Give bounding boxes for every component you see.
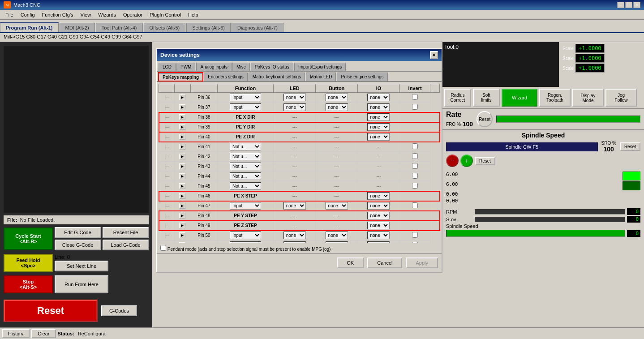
pin-play-cell[interactable]: ▶: [174, 162, 191, 172]
display-mode-button[interactable]: DisplayMode: [572, 89, 604, 107]
led-cell[interactable]: none: [274, 231, 316, 240]
load-gcode-button[interactable]: Load G-Code: [103, 240, 149, 250]
soft-limits-button[interactable]: Softlimits: [473, 89, 500, 107]
io-cell[interactable]: none: [358, 231, 400, 240]
menu-plugin-control[interactable]: PlugIn Control: [146, 11, 185, 18]
gcodes-button[interactable]: G-Codes: [101, 305, 137, 316]
led-cell[interactable]: none: [274, 93, 316, 103]
clear-button[interactable]: Clear: [31, 329, 56, 338]
function-cell[interactable]: Input: [217, 93, 274, 103]
function-select[interactable]: Not u...: [230, 163, 261, 170]
function-cell[interactable]: Not u...: [217, 181, 274, 191]
invert-cell[interactable]: [399, 172, 430, 181]
button-cell[interactable]: none: [316, 93, 358, 103]
radius-correct-button[interactable]: RadiusCorrect: [444, 89, 471, 107]
function-select[interactable]: Input: [230, 232, 261, 239]
pin-play-cell[interactable]: ▶: [174, 132, 191, 142]
pin-play-cell[interactable]: ▶: [174, 112, 191, 122]
jog-follow-button[interactable]: JogFollow: [605, 89, 637, 107]
invert-checkbox[interactable]: [412, 183, 418, 189]
pin-play-cell[interactable]: ▶: [174, 221, 191, 231]
led-cell[interactable]: none: [274, 201, 316, 211]
io-select[interactable]: none: [367, 133, 390, 141]
menu-config[interactable]: Config: [17, 11, 39, 18]
led-cell[interactable]: none: [274, 103, 316, 112]
dtab-matrix-led[interactable]: Matrix LED: [306, 73, 336, 81]
invert-checkbox[interactable]: [412, 104, 418, 110]
menu-file[interactable]: File: [2, 11, 17, 18]
menu-operator[interactable]: Operator: [120, 11, 146, 18]
invert-checkbox[interactable]: [412, 173, 418, 179]
feed-hold-button[interactable]: Feed Hold<Spc>: [4, 254, 53, 272]
function-select[interactable]: Not u...: [230, 143, 261, 150]
led-select[interactable]: none: [283, 103, 306, 111]
io-select[interactable]: none: [367, 192, 390, 200]
wizard-button[interactable]: Wizard: [502, 89, 537, 107]
tab-tool-path[interactable]: Tool Path (Alt-4): [96, 23, 143, 32]
dtab-pokeys-io[interactable]: PoKeys IO status: [251, 63, 293, 71]
io-select[interactable]: none: [367, 94, 390, 101]
pin-play-cell[interactable]: ▶: [174, 142, 191, 152]
dtab-matrix-keyboard[interactable]: Matrix keyboard settings: [249, 73, 305, 81]
tab-settings[interactable]: Settings (Alt-6): [186, 23, 231, 32]
dtab-misc[interactable]: Misc: [232, 63, 250, 71]
pin-play-cell[interactable]: ▶: [174, 103, 191, 112]
function-cell[interactable]: Input: [217, 231, 274, 240]
io-cell[interactable]: none: [358, 201, 400, 211]
io-select[interactable]: none: [367, 113, 390, 121]
invert-cell[interactable]: [399, 162, 430, 172]
tab-mdi[interactable]: MDI (Alt-2): [60, 23, 95, 32]
pin-play-cell[interactable]: ▶: [174, 172, 191, 181]
function-cell[interactable]: Not u...: [217, 142, 274, 152]
invert-checkbox[interactable]: [412, 232, 418, 238]
pin-play-cell[interactable]: ▶: [174, 181, 191, 191]
edit-gcode-button[interactable]: Edit G-Code: [55, 227, 101, 238]
spindle-cw-button[interactable]: Spindle CW F5: [446, 142, 598, 151]
reset-button[interactable]: Reset: [4, 300, 98, 322]
function-select[interactable]: Input: [230, 103, 261, 111]
button-select[interactable]: none: [326, 103, 348, 111]
function-cell[interactable]: Not u...: [217, 162, 274, 172]
set-next-line-button[interactable]: Set Next Line: [55, 261, 108, 271]
function-select[interactable]: Input: [230, 241, 261, 243]
spindle-minus-button[interactable]: −: [446, 154, 459, 167]
led-select[interactable]: none: [283, 232, 306, 239]
function-select[interactable]: Not u...: [230, 172, 261, 180]
invert-cell[interactable]: [399, 142, 430, 152]
led-select[interactable]: none: [283, 94, 306, 101]
pin-play-cell[interactable]: ▶: [174, 191, 191, 201]
function-select[interactable]: Not u...: [230, 153, 261, 160]
spindle-reset-button2[interactable]: Reset: [475, 157, 495, 165]
dtab-encoders[interactable]: Encoders settings: [204, 73, 248, 81]
history-button[interactable]: History: [2, 329, 30, 338]
io-cell[interactable]: none: [358, 93, 400, 103]
run-from-here-button[interactable]: Run From Here: [55, 275, 108, 293]
dtab-lcd[interactable]: LCD: [159, 63, 176, 71]
tab-diagnostics[interactable]: Diagnostics (Alt-7): [232, 23, 283, 32]
spindle-reset-button[interactable]: Reset: [620, 142, 640, 151]
io-select[interactable]: none: [367, 222, 390, 229]
io-select[interactable]: none: [367, 212, 390, 219]
ok-button[interactable]: OK: [337, 257, 364, 268]
invert-cell[interactable]: [399, 181, 430, 191]
dtab-import-export[interactable]: Import/Export settings: [294, 63, 346, 71]
pendant-checkbox[interactable]: [160, 245, 166, 251]
minimize-button[interactable]: ─: [617, 2, 624, 8]
invert-cell[interactable]: [399, 152, 430, 162]
menu-wizards[interactable]: Wizards: [94, 11, 120, 18]
dialog-close-button[interactable]: ×: [430, 51, 438, 59]
pin-play-cell[interactable]: ▶: [174, 93, 191, 103]
pin-play-cell[interactable]: ▶: [174, 122, 191, 132]
dtab-analog[interactable]: Analog inputs: [196, 63, 232, 71]
dtab-pokeys-mapping[interactable]: PoKeys mapping: [159, 73, 203, 81]
rate-reset-button[interactable]: Reset: [477, 111, 493, 127]
io-select[interactable]: none: [367, 123, 390, 131]
invert-checkbox[interactable]: [412, 202, 418, 208]
pin-play-cell[interactable]: ▶: [174, 211, 191, 221]
invert-cell[interactable]: [399, 231, 430, 240]
function-select[interactable]: Input: [230, 202, 261, 210]
apply-button[interactable]: Apply: [406, 257, 438, 268]
tab-program-run[interactable]: Program Run (Alt-1): [0, 22, 59, 32]
regen-toolpath-button[interactable]: Regen.Toolpath: [539, 89, 571, 107]
pin-play-cell[interactable]: ▶: [174, 231, 191, 240]
